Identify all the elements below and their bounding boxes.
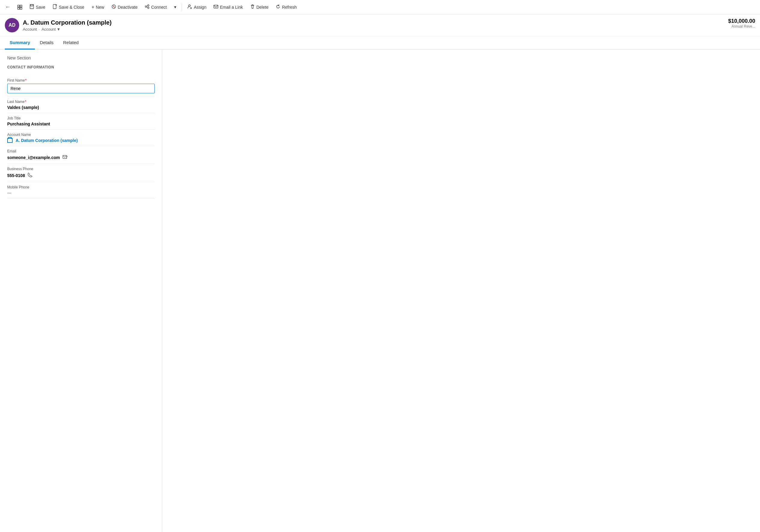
email-icon [214, 4, 218, 10]
email-compose-icon[interactable] [63, 155, 68, 160]
breadcrumb-account[interactable]: Account [23, 27, 37, 31]
deactivate-icon [112, 4, 116, 10]
left-panel: New Section CONTACT INFORMATION First Na… [0, 50, 162, 532]
tab-related[interactable]: Related [58, 36, 83, 50]
tab-details[interactable]: Details [35, 36, 58, 50]
deactivate-button[interactable]: Deactivate [108, 2, 141, 12]
tabs-bar: Summary Details Related [0, 36, 760, 50]
toolbar-divider [182, 3, 182, 11]
record-title: A. Datum Corporation (sample) [23, 19, 112, 26]
annual-revenue-label: Annual Reve... [728, 24, 755, 28]
account-name-label: Account Name [7, 133, 155, 137]
record-subtitle: Account · Account ▼ [23, 27, 112, 31]
email-label: Email [7, 149, 155, 153]
svg-rect-2 [18, 8, 20, 9]
main-content: New Section CONTACT INFORMATION First Na… [0, 50, 760, 532]
mobile-phone-value[interactable]: --- [7, 191, 155, 195]
connect-label: Connect [151, 5, 166, 10]
save-label: Save [36, 5, 45, 10]
grid-view-button[interactable] [15, 2, 25, 13]
svg-point-11 [148, 7, 149, 8]
email-field: Email someone_i@example.com [7, 146, 155, 164]
email-link-label: Email a Link [220, 5, 243, 10]
delete-button[interactable]: Delete [247, 2, 271, 12]
assign-button[interactable]: Assign [184, 2, 209, 12]
record-type-dropdown[interactable]: Account ▼ [42, 27, 61, 31]
svg-rect-5 [31, 5, 33, 6]
record-info: A. Datum Corporation (sample) Account · … [23, 19, 112, 31]
refresh-icon [276, 4, 280, 10]
contact-form-fields: First Name* Last Name* Valdes (sample) J… [7, 75, 155, 199]
chevron-down-icon: ▼ [57, 27, 61, 31]
chevron-down-icon: ▼ [173, 5, 177, 9]
svg-rect-13 [214, 5, 218, 8]
section-title: New Section [7, 56, 155, 60]
svg-point-12 [189, 5, 190, 7]
svg-rect-6 [30, 7, 33, 8]
annual-revenue-section: $10,000.00 Annual Reve... [728, 18, 755, 28]
contact-info-header: CONTACT INFORMATION [7, 65, 155, 69]
first-name-label: First Name* [7, 78, 155, 82]
last-name-value[interactable]: Valdes (sample) [7, 105, 155, 110]
account-icon [7, 138, 13, 143]
first-name-input[interactable] [7, 84, 155, 93]
mobile-phone-field: Mobile Phone --- [7, 182, 155, 199]
svg-rect-0 [18, 5, 20, 7]
back-button[interactable]: ← [2, 2, 13, 13]
svg-point-9 [145, 6, 147, 7]
account-name-field: Account Name A. Datum Corporation (sampl… [7, 130, 155, 146]
right-panel [162, 50, 760, 532]
save-close-label: Save & Close [59, 5, 84, 10]
phone-icon[interactable] [27, 172, 33, 179]
save-close-icon [53, 4, 57, 10]
tab-summary[interactable]: Summary [5, 36, 35, 50]
more-options-button[interactable]: ▼ [171, 2, 179, 13]
email-value-row: someone_i@example.com [7, 155, 155, 160]
record-header: AD A. Datum Corporation (sample) Account… [0, 15, 760, 36]
refresh-label: Refresh [282, 5, 297, 10]
new-label: New [96, 5, 104, 10]
annual-revenue-value: $10,000.00 [728, 18, 755, 24]
connect-icon [145, 4, 150, 10]
avatar: AD [5, 18, 19, 32]
svg-rect-14 [63, 155, 67, 158]
email-value[interactable]: someone_i@example.com [7, 155, 60, 160]
refresh-button[interactable]: Refresh [273, 2, 300, 12]
new-icon: + [92, 5, 94, 10]
new-button[interactable]: + New [89, 3, 107, 12]
job-title-label: Job Title [7, 116, 155, 120]
deactivate-label: Deactivate [118, 5, 137, 10]
job-title-value[interactable]: Purchasing Assistant [7, 121, 155, 126]
business-phone-field: Business Phone 555-0108 [7, 164, 155, 182]
toolbar: ← Save Save & Close + [0, 0, 760, 15]
save-icon [29, 4, 34, 10]
svg-rect-1 [20, 5, 22, 7]
first-name-field: First Name* [7, 75, 155, 97]
delete-label: Delete [257, 5, 268, 10]
assign-label: Assign [194, 5, 206, 10]
save-close-button[interactable]: Save & Close [50, 2, 87, 12]
last-name-field: Last Name* Valdes (sample) [7, 97, 155, 113]
account-name-value[interactable]: A. Datum Corporation (sample) [7, 138, 155, 143]
business-phone-label: Business Phone [7, 167, 155, 171]
job-title-field: Job Title Purchasing Assistant [7, 113, 155, 130]
business-phone-value[interactable]: 555-0108 [7, 173, 25, 178]
email-link-button[interactable]: Email a Link [211, 2, 246, 12]
save-button[interactable]: Save [26, 2, 48, 12]
svg-point-10 [148, 5, 149, 6]
mobile-phone-label: Mobile Phone [7, 185, 155, 189]
delete-icon [250, 4, 255, 10]
svg-rect-3 [20, 8, 22, 9]
last-name-label: Last Name* [7, 100, 155, 104]
assign-icon [187, 4, 192, 10]
connect-button[interactable]: Connect [142, 2, 170, 12]
business-phone-value-row: 555-0108 [7, 172, 155, 179]
